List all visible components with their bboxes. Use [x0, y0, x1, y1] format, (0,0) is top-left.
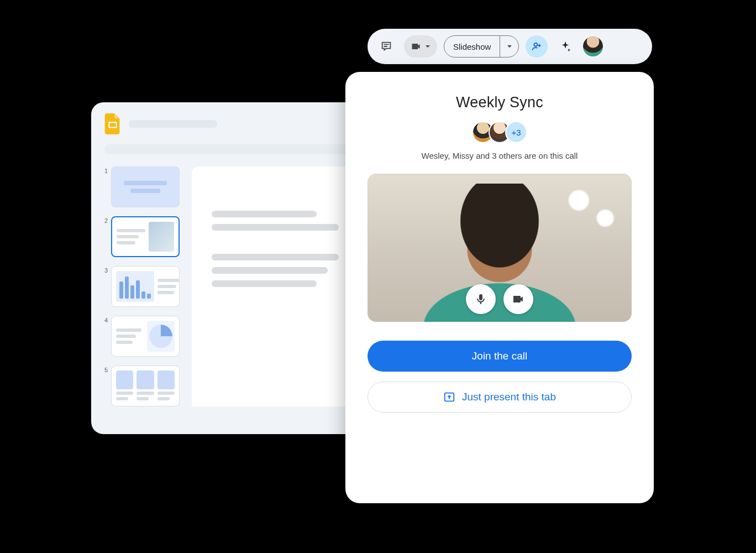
- camera-preview: [368, 174, 632, 322]
- slide-thumb-row: 3: [101, 266, 180, 307]
- chevron-down-icon: [425, 44, 431, 49]
- slideshow-dropdown[interactable]: [500, 36, 518, 57]
- join-call-button[interactable]: Join the call: [368, 341, 632, 372]
- slide-thumb-3[interactable]: [111, 266, 180, 307]
- slide-thumb-1[interactable]: [111, 166, 180, 207]
- participant-avatars: +3: [472, 121, 527, 143]
- camera-toggle-button[interactable]: [503, 284, 533, 314]
- camera-controls: [466, 284, 533, 314]
- slideshow-label: Slideshow: [444, 42, 500, 51]
- svg-point-2: [534, 43, 538, 46]
- person-add-icon: [531, 41, 542, 52]
- microphone-icon: [474, 293, 487, 306]
- present-tab-label: Just present this tab: [462, 391, 556, 403]
- slide-thumb-row: 5: [101, 366, 180, 406]
- share-button[interactable]: [526, 35, 548, 58]
- slide-thumbnails: 1 2 3 4: [101, 166, 180, 406]
- comments-icon[interactable]: [375, 35, 397, 58]
- account-avatar[interactable]: [583, 36, 603, 56]
- participants-subtitle: Wesley, Missy and 3 others are on this c…: [422, 151, 578, 160]
- slide-thumb-4[interactable]: [111, 316, 180, 357]
- slide-thumb-row: 2: [101, 216, 180, 257]
- slide-thumb-5[interactable]: [111, 366, 180, 406]
- meet-popover: Weekly Sync +3 Wesley, Missy and 3 other…: [345, 72, 654, 503]
- slide-number: 1: [101, 166, 108, 174]
- video-camera-icon: [512, 293, 525, 306]
- slide-thumb-2-selected[interactable]: [111, 216, 180, 257]
- meet-dropdown-button[interactable]: [404, 35, 437, 58]
- chevron-down-icon: [507, 44, 512, 49]
- video-camera-icon: [411, 41, 422, 52]
- slideshow-split-button[interactable]: Slideshow: [444, 35, 519, 58]
- slide-number: 5: [101, 366, 108, 373]
- svg-rect-1: [109, 123, 116, 127]
- slide-number: 3: [101, 266, 108, 274]
- slide-thumb-row: 4: [101, 316, 180, 357]
- meeting-title: Weekly Sync: [456, 94, 543, 111]
- present-to-all-icon: [443, 391, 455, 403]
- slide-number: 2: [101, 216, 108, 224]
- slides-logo-icon: [104, 113, 121, 134]
- doc-title-placeholder: [129, 120, 217, 128]
- slide-thumb-row: 1: [101, 166, 180, 207]
- sparkle-icon[interactable]: [554, 35, 576, 58]
- top-toolbar: Slideshow: [368, 29, 652, 64]
- more-participants-badge[interactable]: +3: [505, 121, 527, 143]
- mic-toggle-button[interactable]: [466, 284, 496, 314]
- slide-number: 4: [101, 316, 108, 324]
- present-tab-button[interactable]: Just present this tab: [368, 382, 632, 413]
